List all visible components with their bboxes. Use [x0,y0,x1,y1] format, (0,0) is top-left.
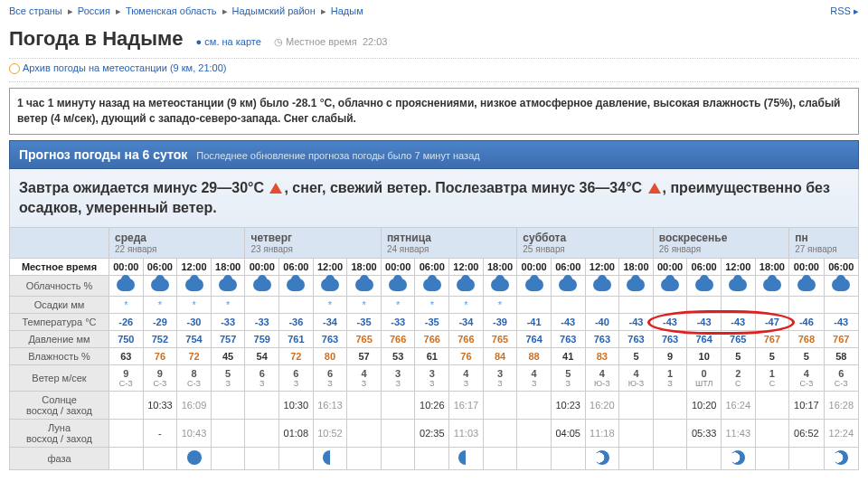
cloud-icon [525,279,543,291]
temp-cell: -43 [619,314,654,331]
cloud-icon [253,279,271,291]
bc-2[interactable]: Тюменская область [126,5,217,16]
cloud-icon [491,279,509,291]
cloud-icon [117,279,135,291]
moon-phase-icon [595,450,609,465]
wind-cell: 4С-З [789,365,824,392]
precip-cell: * [313,297,347,314]
humidity-cell: 5 [755,348,789,365]
clock-icon: ◷ [274,36,283,47]
temp-cell: -43 [551,314,585,331]
temp-cell: -33 [245,314,279,331]
wind-cell: 5З [211,365,245,392]
temp-cell: -41 [517,314,552,331]
forecast-table: среда22 январячетверг23 январяпятница24 … [9,227,859,470]
pressure-cell: 763 [619,331,654,348]
pressure-cell: 766 [449,331,484,348]
temp-cell: -35 [347,314,382,331]
humidity-cell: 76 [449,348,484,365]
temp-cell: -43 [824,314,858,331]
hour-cell: 18:00 [619,259,654,276]
hour-cell: 00:00 [381,259,415,276]
day-header: пн27 января [789,228,859,259]
cloud-icon [423,279,441,291]
humidity-cell: 54 [245,348,279,365]
cloud-icon [661,279,679,291]
bc-3[interactable]: Надымский район [232,5,316,16]
precip-cell [585,297,619,314]
page-title: Погода в Надыме [9,27,184,51]
precip-cell [755,297,789,314]
cloud-icon [355,279,373,291]
wind-cell: 0ШТЛ [687,365,722,392]
precip-cell [245,297,279,314]
pressure-cell: 767 [755,331,789,348]
forecast-summary: Завтра ожидается минус 29—30°C , снег, с… [9,169,859,228]
wind-cell: 9С-З [109,365,144,392]
pressure-cell: 763 [653,331,687,348]
wind-cell: 6С-З [824,365,858,392]
pressure-cell: 759 [245,331,279,348]
humidity-cell: 72 [279,348,314,365]
bc-1[interactable]: Россия [78,5,110,16]
temp-cell: -34 [449,314,484,331]
breadcrumb: Все страны▸ Россия▸ Тюменская область▸ Н… [0,0,868,23]
cloud-icon [457,279,475,291]
wind-cell: 1З [653,365,687,392]
cloud-icon [151,279,169,291]
temp-cell: -43 [721,314,755,331]
moon-phase-icon [187,450,202,465]
precip-cell: * [177,297,212,314]
humidity-cell: 41 [551,348,585,365]
hour-cell: 18:00 [755,259,789,276]
humidity-cell: 53 [381,348,415,365]
hour-cell: 18:00 [483,259,517,276]
bc-0[interactable]: Все страны [9,5,62,16]
precip-cell [721,297,755,314]
pressure-cell: 767 [824,331,858,348]
wind-cell: 9С-З [143,365,177,392]
day-header: четверг23 января [245,228,381,259]
wind-cell: 6З [313,365,347,392]
humidity-cell: 88 [517,348,552,365]
humidity-cell: 63 [109,348,144,365]
archive-link[interactable]: Архив погоды на метеостанции (9 км, 21:0… [23,62,226,73]
cloud-icon [763,279,781,291]
humidity-cell: 58 [824,348,858,365]
humidity-cell: 5 [721,348,755,365]
warning-icon [269,183,282,194]
temp-cell: -40 [585,314,619,331]
humidity-cell: 84 [483,348,517,365]
bc-4[interactable]: Надым [331,5,363,16]
rss-link[interactable]: RSS ▸ [830,5,859,16]
temp-cell: -47 [755,314,789,331]
hour-cell: 12:00 [177,259,212,276]
wind-cell: 4З [517,365,552,392]
hour-cell: 18:00 [347,259,382,276]
wind-cell: 4Ю-З [585,365,619,392]
hour-cell: 06:00 [551,259,585,276]
precip-cell: * [381,297,415,314]
pressure-cell: 765 [347,331,382,348]
wind-cell: 3З [381,365,415,392]
humidity-cell: 10 [687,348,722,365]
precip-cell: * [483,297,517,314]
wind-cell: 8С-З [177,365,212,392]
humidity-cell: 76 [143,348,177,365]
cloud-icon [797,279,816,291]
day-header: воскресенье26 января [653,228,788,259]
current-weather: 1 час 1 минуту назад на метеостанции (9 … [9,88,859,135]
hour-cell: 12:00 [721,259,755,276]
temp-cell: -33 [381,314,415,331]
pressure-cell: 766 [415,331,449,348]
precip-cell [824,297,858,314]
hour-cell: 06:00 [143,259,177,276]
temp-cell: -30 [177,314,212,331]
pressure-cell: 761 [279,331,314,348]
hour-cell: 00:00 [517,259,552,276]
map-link[interactable]: см. на карте [204,36,261,47]
hour-cell: 00:00 [789,259,824,276]
hour-cell: 06:00 [687,259,722,276]
cloud-icon [287,279,305,291]
pressure-cell: 763 [551,331,585,348]
